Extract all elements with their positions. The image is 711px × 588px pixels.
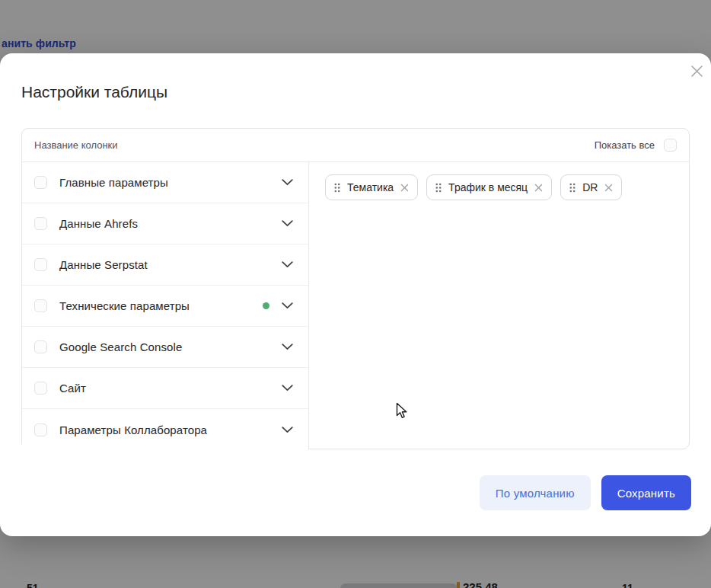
chip-remove-icon[interactable]: [400, 184, 409, 192]
category-list: Главные параметры Данные Ahrefs Данные S…: [22, 162, 309, 449]
close-icon[interactable]: [688, 62, 705, 79]
chip-label: DR: [582, 181, 598, 193]
selected-column-chip[interactable]: DR: [560, 174, 622, 200]
category-checkbox[interactable]: [34, 258, 47, 271]
category-checkbox[interactable]: [34, 176, 47, 189]
chevron-down-icon[interactable]: [282, 261, 293, 268]
category-row[interactable]: Параметры Коллаборатора: [22, 409, 308, 450]
close-x-glyph: [690, 65, 703, 78]
chevron-down-icon[interactable]: [282, 302, 293, 309]
chevron-down-icon[interactable]: [282, 344, 293, 350]
chevron-down-icon[interactable]: [282, 385, 293, 391]
columns-panel: Название колонки Показать все Главные па…: [21, 128, 690, 449]
category-checkbox[interactable]: [34, 217, 47, 230]
category-checkbox[interactable]: [34, 382, 47, 395]
category-row[interactable]: Данные Ahrefs: [22, 203, 308, 244]
category-row[interactable]: Технические параметры: [22, 286, 308, 327]
chevron-down-icon[interactable]: [282, 427, 293, 433]
show-all-label: Показать все: [595, 139, 655, 151]
category-row[interactable]: Данные Serpstat: [22, 244, 308, 286]
chip-label: Трафик в месяц: [448, 181, 528, 193]
drag-handle-icon[interactable]: [334, 183, 340, 193]
show-all-control: Показать все: [595, 139, 677, 152]
show-all-checkbox[interactable]: [664, 139, 677, 152]
category-label: Сайт: [59, 382, 282, 395]
category-checkbox[interactable]: [34, 423, 47, 436]
category-row[interactable]: Сайт: [22, 368, 308, 409]
drag-handle-icon[interactable]: [435, 183, 442, 193]
chevron-down-icon[interactable]: [282, 220, 293, 227]
table-settings-modal: Настройки таблицы Название колонки Показ…: [0, 53, 711, 536]
chip-remove-icon[interactable]: [604, 184, 613, 192]
chip-label: Тематика: [347, 181, 394, 193]
selected-columns-pane: Тематика Трафик в месяц: [310, 162, 689, 449]
category-label: Главные параметры: [59, 176, 282, 189]
selected-column-chip[interactable]: Тематика: [325, 174, 418, 200]
category-row[interactable]: Главные параметры: [22, 162, 308, 203]
category-checkbox[interactable]: [34, 299, 47, 312]
modal-footer: По умолчанию Сохранить: [480, 475, 691, 510]
save-button[interactable]: Сохранить: [601, 475, 691, 510]
category-label: Данные Serpstat: [59, 258, 282, 271]
chip-remove-icon[interactable]: [534, 184, 543, 192]
category-row[interactable]: Google Search Console: [22, 327, 308, 368]
category-label: Google Search Console: [59, 340, 282, 353]
panel-header: Название колонки Показать все: [22, 129, 689, 162]
category-label: Технические параметры: [59, 299, 263, 312]
drag-handle-icon[interactable]: [569, 183, 575, 193]
category-label: Данные Ahrefs: [59, 217, 282, 230]
selected-column-chip[interactable]: Трафик в месяц: [426, 174, 552, 200]
category-checkbox[interactable]: [34, 340, 47, 353]
category-label: Параметры Коллаборатора: [59, 423, 282, 436]
modal-title: Настройки таблицы: [21, 81, 167, 104]
default-button[interactable]: По умолчанию: [480, 475, 591, 510]
chevron-down-icon[interactable]: [282, 179, 293, 186]
column-name-header-label: Название колонки: [34, 139, 118, 151]
panel-body: Главные параметры Данные Ahrefs Данные S…: [22, 162, 689, 449]
new-indicator-dot: [263, 302, 269, 309]
